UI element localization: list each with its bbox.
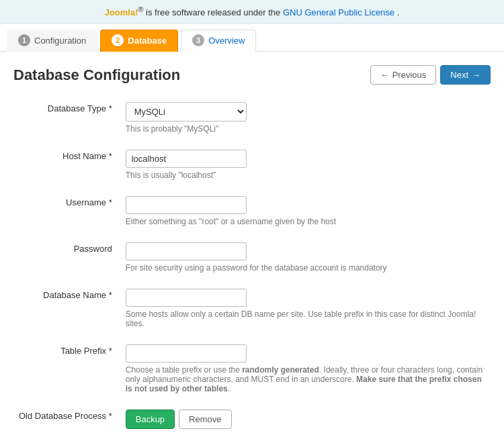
row-password: Password For site security using a passw… [13,238,491,277]
control-table-prefix: Choose a table prefix or use the randoml… [118,340,491,397]
arrow-right-icon: → [472,70,480,80]
tab-label-database: Database [128,36,167,46]
hint-database-name: Some hosts allow only a certain DB name … [126,309,485,328]
tab-badge-2: 2 [112,34,124,46]
control-password: For site security using a password for t… [118,238,491,277]
row-host-name: Host Name * This is usually "localhost" [13,146,491,184]
hint-username: Either something as "root" or a username… [126,217,485,226]
hint-table-prefix: Choose a table prefix or use the randoml… [126,365,485,393]
hint-password: For site security using a password for t… [126,263,485,273]
arrow-left-icon: ← [380,70,389,80]
label-table-prefix: Table Prefix * [13,340,118,397]
label-host-name: Host Name * [13,146,118,184]
page-title: Database Configuration [13,66,180,84]
previous-button[interactable]: ← Previous [370,65,437,85]
banner-text: Joomla!® is free software released under… [105,7,400,17]
next-label: Next [450,70,468,80]
main-content: Database Configuration ← Previous Next →… [0,52,504,433]
row-old-db-process: Old Database Process * Backup Remove Any… [13,405,491,433]
row-database-name: Database Name * Some hosts allow only a … [13,285,491,332]
config-form: Database Type * MySQLi MySQL PostgreSQL … [13,98,491,433]
row-username: Username * Either something as "root" or… [13,192,491,230]
db-type-select[interactable]: MySQLi MySQL PostgreSQL SQLite [126,102,247,122]
gpl-link[interactable]: GNU General Public License [283,7,394,17]
username-input[interactable] [126,196,247,214]
hint-table-prefix-before: Choose a table prefix or use the [126,365,242,375]
tabs-bar: 1 Configuration 2 Database 3 Overview [0,23,504,52]
control-username: Either something as "root" or a username… [118,192,491,230]
label-password: Password [13,238,118,277]
old-db-buttons: Backup Remove [126,410,485,429]
tab-badge-1: 1 [18,34,30,46]
row-table-prefix: Table Prefix * Choose a table prefix or … [13,340,491,397]
password-input[interactable] [126,242,247,260]
previous-label: Previous [392,70,427,80]
next-button[interactable]: Next → [440,65,491,85]
hint-table-prefix-after: . [228,384,230,393]
backup-button[interactable]: Backup [126,410,175,429]
control-db-type: MySQLi MySQL PostgreSQL SQLite This is p… [118,98,491,138]
label-old-db-process: Old Database Process * [13,405,118,433]
hint-host-name: This is usually "localhost" [126,171,485,180]
host-name-input[interactable] [126,150,247,168]
page-header: Database Configuration ← Previous Next → [13,65,491,85]
hint-db-type: This is probably "MySQLi" [126,124,485,134]
tab-database[interactable]: 2 Database [100,30,178,52]
control-database-name: Some hosts allow only a certain DB name … [118,285,491,332]
hint-table-prefix-bold1: randomly generated [242,365,319,375]
nav-buttons: ← Previous Next → [370,65,491,85]
label-db-type: Database Type * [13,98,118,138]
database-name-input[interactable] [126,289,247,307]
control-host-name: This is usually "localhost" [118,146,491,184]
label-database-name: Database Name * [13,285,118,332]
remove-button[interactable]: Remove [179,410,231,429]
label-username: Username * [13,192,118,230]
tab-label-configuration: Configuration [34,36,86,46]
control-old-db-process: Backup Remove Any existing backup tables… [118,405,491,433]
tab-overview[interactable]: 3 Overview [181,30,256,52]
tab-configuration[interactable]: 1 Configuration [7,30,97,52]
tab-badge-3: 3 [192,34,204,46]
tab-label-overview: Overview [208,36,245,46]
table-prefix-input[interactable] [126,344,247,363]
joomla-link[interactable]: Joomla! [105,7,138,17]
row-db-type: Database Type * MySQLi MySQL PostgreSQL … [13,98,491,138]
top-banner: Joomla!® is free software released under… [0,0,504,23]
